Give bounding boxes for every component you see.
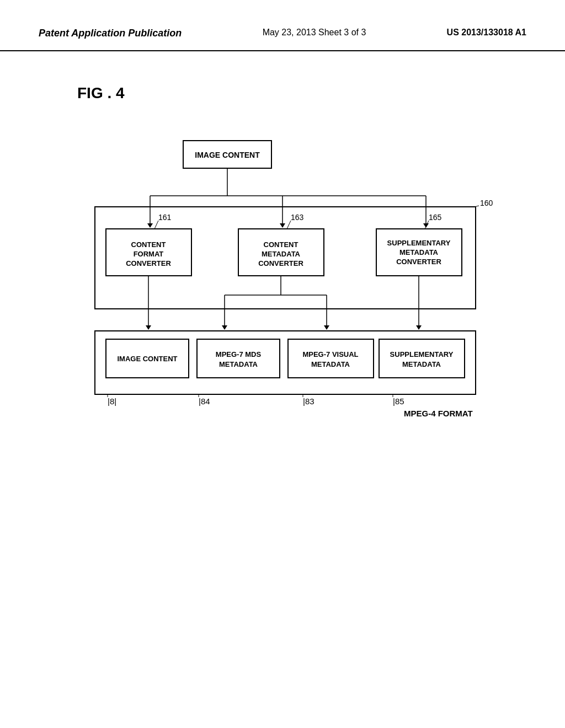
svg-text:METADATA: METADATA: [262, 250, 301, 258]
svg-marker-41: [416, 325, 422, 330]
header-center-label: May 23, 2013 Sheet 3 of 3: [263, 28, 366, 38]
svg-text:IMAGE CONTENT: IMAGE CONTENT: [195, 151, 260, 159]
svg-text:CONTENT: CONTENT: [131, 240, 166, 249]
page: Patent Application Publication May 23, 2…: [0, 0, 565, 728]
svg-text:METADATA: METADATA: [219, 360, 258, 368]
header-right-label: US 2013/133018 A1: [447, 28, 526, 38]
svg-text:|84: |84: [199, 397, 210, 406]
svg-text:MPEG-7 MDS: MPEG-7 MDS: [216, 350, 262, 358]
svg-text:SUPPLEMENTARY: SUPPLEMENTARY: [387, 239, 451, 247]
svg-text:|8|: |8|: [108, 397, 116, 406]
svg-text:|85: |85: [393, 397, 404, 406]
main-content: FIG . 4 IMAGE CONTENT: [0, 51, 565, 598]
figure-label: FIG . 4: [77, 84, 521, 102]
svg-rect-51: [379, 339, 465, 378]
svg-text:METADATA: METADATA: [402, 360, 441, 368]
svg-text:MPEG-7 VISUAL: MPEG-7 VISUAL: [302, 350, 358, 358]
svg-text:MPEG-4 FORMAT: MPEG-4 FORMAT: [404, 409, 473, 418]
svg-text:CONVERTER: CONVERTER: [258, 259, 303, 267]
header-left-label: Patent Application Publication: [39, 28, 182, 39]
svg-marker-36: [222, 325, 227, 330]
svg-text:SUPPLEMENTARY: SUPPLEMENTARY: [390, 350, 454, 358]
header: Patent Application Publication May 23, 2…: [0, 0, 565, 51]
svg-text:IMAGE CONTENT: IMAGE CONTENT: [117, 355, 177, 363]
svg-text:CONVERTER: CONVERTER: [396, 258, 441, 266]
svg-text:165: 165: [429, 213, 442, 222]
svg-text:160: 160: [480, 199, 493, 207]
svg-marker-39: [324, 325, 329, 330]
svg-text:|83: |83: [303, 397, 315, 406]
svg-text:CONTENT: CONTENT: [264, 240, 299, 249]
svg-text:CONVERTER: CONVERTER: [126, 259, 171, 267]
svg-text:METADATA: METADATA: [399, 248, 439, 256]
svg-text:163: 163: [291, 213, 304, 222]
diagram-svg: IMAGE CONTENT 160: [62, 135, 503, 565]
svg-rect-45: [197, 339, 280, 378]
svg-text:161: 161: [158, 213, 172, 222]
svg-marker-32: [146, 325, 151, 330]
svg-rect-48: [288, 339, 374, 378]
svg-text:FORMAT: FORMAT: [134, 250, 164, 258]
diagram: IMAGE CONTENT 160: [62, 135, 503, 565]
svg-text:METADATA: METADATA: [311, 360, 350, 368]
